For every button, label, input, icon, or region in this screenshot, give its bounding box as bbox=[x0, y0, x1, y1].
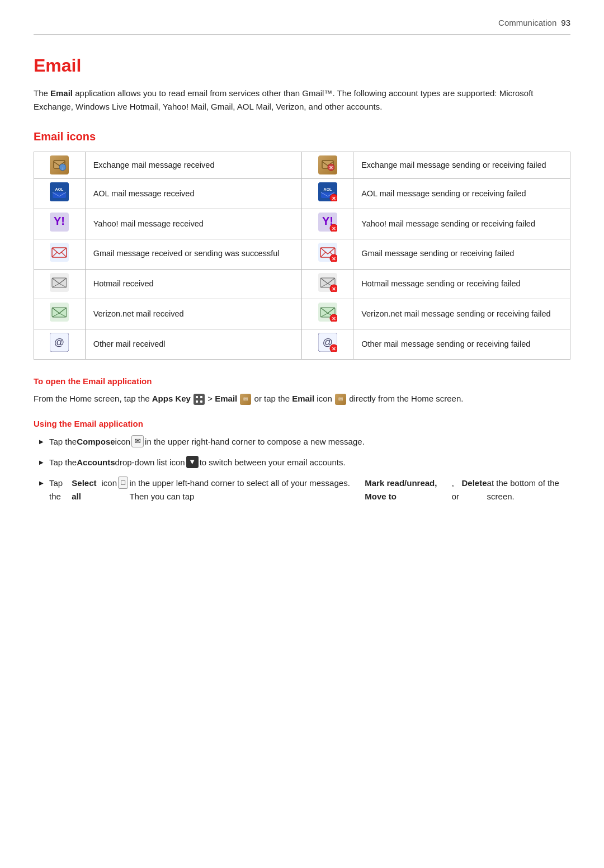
svg-text:✕: ✕ bbox=[332, 316, 336, 322]
exchange-received-desc: Exchange mail message received bbox=[85, 152, 302, 179]
svg-text:↓: ↓ bbox=[62, 166, 64, 171]
table-row: ↓ Exchange mail message received bbox=[34, 152, 570, 179]
table-row: Hotmail received ✕ bbox=[34, 269, 570, 299]
verizon-received-icon-cell bbox=[34, 299, 86, 329]
svg-text:✕: ✕ bbox=[329, 165, 333, 171]
email-icons-title: Email icons bbox=[34, 128, 570, 145]
table-row: Gmail message received or sending was su… bbox=[34, 239, 570, 269]
gmail-received-icon-cell bbox=[34, 239, 86, 269]
compose-icon: ✉ bbox=[131, 435, 144, 447]
select-all-icon: □ bbox=[118, 477, 128, 489]
other-failed-icon-cell: @ ✕ bbox=[302, 329, 353, 360]
table-row: AOL AOL mail message received bbox=[34, 179, 570, 209]
other-received-desc: Other mail receivedl bbox=[85, 329, 302, 360]
page-number: 93 bbox=[561, 17, 570, 30]
exchange-received-icon: ↓ bbox=[50, 155, 69, 174]
svg-rect-49 bbox=[200, 396, 202, 398]
using-email-title: Using the Email application bbox=[34, 418, 570, 431]
hotmail-received-icon-cell bbox=[34, 269, 86, 299]
icon-table: ↓ Exchange mail message received bbox=[34, 152, 570, 360]
table-row: Verizon.net mail received ✕ bbox=[34, 299, 570, 329]
verizon-failed-icon: ✕ bbox=[318, 303, 337, 326]
other-failed-desc: Other mail message sending or receiving … bbox=[353, 329, 570, 360]
section-label: Communication bbox=[498, 17, 556, 30]
table-row: Y! Yahoo! mail message received Y! bbox=[34, 209, 570, 239]
exchange-failed-icon-cell: ✕ bbox=[302, 152, 353, 179]
svg-text:✕: ✕ bbox=[332, 196, 336, 201]
exchange-received-icon-cell: ↓ bbox=[34, 152, 86, 179]
open-email-body: From the Home screen, tap the Apps Key >… bbox=[34, 392, 570, 405]
yahoo-failed-icon-cell: Y! ✕ bbox=[302, 209, 353, 239]
gmail-failed-icon: ✕ bbox=[318, 243, 337, 266]
table-row: @ Other mail receivedl @ ✕ bbox=[34, 329, 570, 360]
svg-text:@: @ bbox=[54, 337, 64, 348]
verizon-failed-desc: Verizon.net mail message sending or rece… bbox=[353, 299, 570, 329]
bullet-item-accounts: Tap the Accounts drop-down list icon ▼ t… bbox=[39, 456, 570, 469]
svg-text:✕: ✕ bbox=[332, 346, 336, 352]
aol-received-desc: AOL mail message received bbox=[85, 179, 302, 209]
hotmail-received-desc: Hotmail received bbox=[85, 269, 302, 299]
verizon-received-icon bbox=[50, 303, 69, 326]
svg-text:✕: ✕ bbox=[332, 256, 336, 262]
svg-text:✕: ✕ bbox=[332, 286, 336, 292]
gmail-failed-desc: Gmail message sending or receiving faile… bbox=[353, 239, 570, 269]
gmail-received-icon bbox=[50, 243, 69, 266]
svg-rect-8 bbox=[53, 192, 66, 198]
email-app-small-icon2: ✉ bbox=[335, 394, 346, 405]
yahoo-received-desc: Yahoo! mail message received bbox=[85, 209, 302, 239]
bullet-item-compose: Tap the Compose icon ✉ in the upper righ… bbox=[39, 435, 570, 448]
bullet-item-select-all: Tap the Select all icon □ in the upper l… bbox=[39, 477, 570, 503]
aol-failed-icon-cell: AOL ✕ bbox=[302, 179, 353, 209]
svg-text:AOL: AOL bbox=[55, 187, 64, 191]
other-received-icon: @ bbox=[50, 333, 69, 356]
aol-received-icon: AOL bbox=[50, 182, 69, 201]
hotmail-failed-icon: ✕ bbox=[318, 273, 337, 296]
svg-text:Y!: Y! bbox=[54, 215, 65, 227]
yahoo-received-icon: Y! bbox=[50, 213, 69, 235]
svg-rect-6 bbox=[50, 182, 69, 201]
verizon-received-desc: Verizon.net mail received bbox=[85, 299, 302, 329]
email-app-small-icon: ✉ bbox=[240, 394, 251, 405]
aol-failed-desc: AOL mail message sending or receiving fa… bbox=[353, 179, 570, 209]
svg-text:✕: ✕ bbox=[332, 226, 336, 232]
other-received-icon-cell: @ bbox=[34, 329, 86, 360]
aol-failed-icon: AOL ✕ bbox=[318, 182, 337, 201]
hotmail-failed-icon-cell: ✕ bbox=[302, 269, 353, 299]
exchange-failed-desc: Exchange mail message sending or receivi… bbox=[353, 152, 570, 179]
yahoo-failed-icon: Y! ✕ bbox=[318, 213, 337, 235]
hotmail-received-icon bbox=[50, 273, 69, 296]
hotmail-failed-desc: Hotmail message sending or receiving fai… bbox=[353, 269, 570, 299]
aol-received-icon-cell: AOL bbox=[34, 179, 86, 209]
exchange-failed-icon: ✕ bbox=[318, 155, 337, 174]
section-title: Email bbox=[34, 52, 570, 79]
verizon-failed-icon-cell: ✕ bbox=[302, 299, 353, 329]
svg-rect-51 bbox=[200, 400, 202, 403]
accounts-dropdown-icon: ▼ bbox=[186, 456, 199, 468]
yahoo-failed-desc: Yahoo! mail message sending or receiving… bbox=[353, 209, 570, 239]
yahoo-received-icon-cell: Y! bbox=[34, 209, 86, 239]
apps-key-icon bbox=[194, 394, 205, 405]
page: Communication 93 Email The Email applica… bbox=[0, 0, 604, 533]
svg-rect-48 bbox=[196, 396, 198, 398]
open-email-title: To open the Email application bbox=[34, 375, 570, 388]
intro-text: The Email application allows you to read… bbox=[34, 87, 570, 114]
svg-text:AOL: AOL bbox=[323, 187, 332, 191]
svg-rect-50 bbox=[196, 400, 198, 403]
using-email-list: Tap the Compose icon ✉ in the upper righ… bbox=[39, 435, 570, 503]
gmail-failed-icon-cell: ✕ bbox=[302, 239, 353, 269]
gmail-received-desc: Gmail message received or sending was su… bbox=[85, 239, 302, 269]
header-bar: Communication 93 bbox=[34, 17, 570, 35]
other-failed-icon: @ ✕ bbox=[318, 333, 337, 356]
